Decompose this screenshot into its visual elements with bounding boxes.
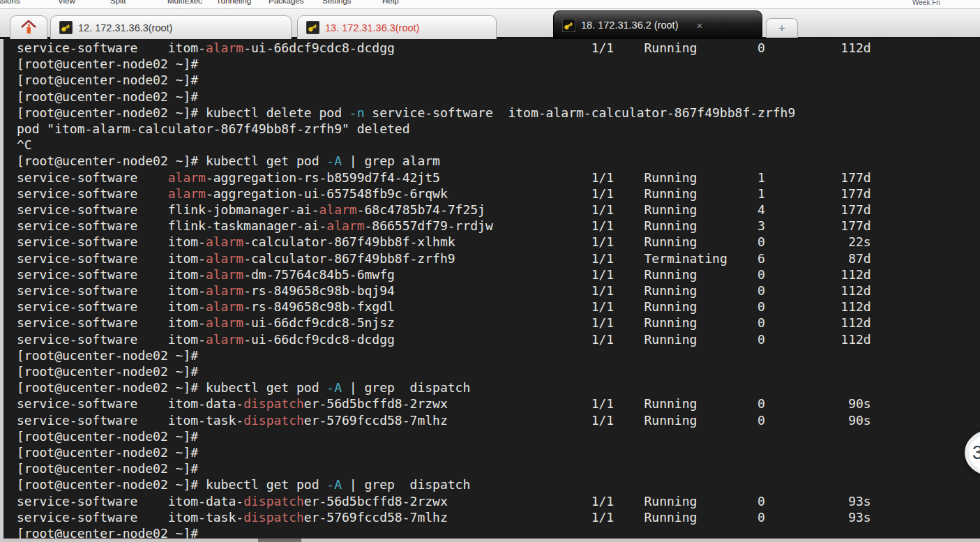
plus-icon: +	[778, 22, 785, 36]
terminal-line-pod: service-software alarm-aggregation-rs-b8…	[17, 170, 980, 186]
badge-count: 3	[972, 442, 980, 464]
home-tab[interactable]	[10, 15, 47, 39]
horizontal-scrollbar[interactable]	[0, 539, 980, 542]
tab-label: 12. 172.31.36.3(root)	[78, 22, 172, 33]
terminal-output: service-software itom-alarm-ui-66dcf9cdc…	[3, 38, 980, 541]
terminal-line-pod: service-software itom-alarm-ui-66dcf9cdc…	[17, 331, 980, 347]
home-icon	[20, 18, 38, 38]
tab-label: 18. 172.31.36.2 (root)	[581, 20, 678, 31]
ssh-key-icon	[306, 21, 319, 34]
terminal-line: pod "itom-alarm-calculator-867f49bb8f-zr…	[17, 121, 980, 137]
terminal-line-pod: service-software itom-alarm-ui-66dcf9cdc…	[17, 315, 980, 331]
terminal-screen[interactable]: service-software itom-alarm-ui-66dcf9cdc…	[0, 38, 980, 539]
terminal-line: [root@ucenter-node02 ~]# kubectl get pod…	[17, 379, 980, 396]
ssh-key-icon	[59, 21, 73, 34]
terminal-line-pod: service-software itom-data-dispatcher-56…	[17, 493, 980, 509]
tab-session-18-active[interactable]: 18. 172.31.36.2 (root) ×	[553, 10, 762, 39]
terminal-line: [root@ucenter-node02 ~]#	[17, 444, 980, 460]
top-right-text: Week Fri	[912, 0, 940, 6]
menu-item-view[interactable]: View	[58, 0, 75, 5]
terminal-line-pod: service-software itom-alarm-rs-849658c98…	[17, 283, 980, 299]
scrollbar-thumb[interactable]	[258, 539, 301, 542]
terminal-line-pod: service-software itom-alarm-calculator-8…	[17, 234, 980, 250]
terminal-line: [root@ucenter-node02 ~]# kubectl delete …	[17, 105, 980, 121]
menu-item-split[interactable]: Split	[110, 0, 126, 5]
terminal-line: [root@ucenter-node02 ~]#	[17, 56, 980, 72]
terminal-line-pod: service-software itom-alarm-calculator-8…	[17, 250, 980, 266]
terminal-line: [root@ucenter-node02 ~]#	[17, 363, 980, 379]
menu-item-packages[interactable]: Packages	[269, 0, 304, 5]
terminal-line-pod: service-software itom-alarm-dm-75764c84b…	[17, 266, 980, 283]
terminal-line-pod: service-software itom-task-dispatcher-57…	[17, 412, 980, 428]
tab-bar: 12. 172.31.36.3(root) 13. 172.31.36.3(ro…	[0, 8, 980, 39]
terminal-line: [root@ucenter-node02 ~]#	[17, 347, 980, 363]
menu-item-multiexec[interactable]: MultiExec	[167, 0, 202, 5]
terminal-line: [root@ucenter-node02 ~]#	[17, 460, 980, 476]
terminal-line-pod: service-software itom-data-dispatcher-56…	[17, 396, 980, 412]
terminal-line-pod: service-software itom-task-dispatcher-57…	[17, 509, 980, 525]
terminal-line-pod: service-software flink-jobmanager-ai-ala…	[17, 202, 980, 218]
terminal-line-pod: service-software itom-alarm-ui-66dcf9cdc…	[17, 40, 980, 56]
tab-label: 13. 172.31.36.3(root)	[325, 22, 419, 33]
menu-item-sessions[interactable]: Sessions	[0, 0, 20, 5]
terminal-line: [root@ucenter-node02 ~]# kubectl get pod…	[17, 476, 980, 492]
terminal-line: [root@ucenter-node02 ~]# kubectl get pod…	[17, 153, 980, 169]
terminal-line-pod: service-software flink-taskmanager-ai-al…	[17, 218, 980, 234]
tab-session-12[interactable]: 12. 172.31.36.3(root)	[50, 15, 292, 39]
ssh-key-icon	[562, 19, 575, 32]
terminal-line: [root@ucenter-node02 ~]#	[17, 89, 980, 105]
terminal-line: [root@ucenter-node02 ~]#	[17, 428, 980, 444]
terminal-line: [root@ucenter-node02 ~]#	[17, 72, 980, 88]
tab-session-13[interactable]: 13. 172.31.36.3(root)	[297, 15, 497, 39]
menu-item-tunneling[interactable]: Tunneling	[216, 0, 251, 5]
terminal-line: ^C	[17, 137, 980, 153]
terminal-line-pod: service-software alarm-aggregation-ui-65…	[17, 186, 980, 202]
menu-item-help[interactable]: Help	[382, 0, 399, 5]
menu-item-settings[interactable]: Settings	[322, 0, 352, 5]
new-tab-button[interactable]: +	[766, 18, 798, 38]
menu-bar: Week Fri SessionsViewSplitMultiExecTunne…	[0, 0, 980, 8]
terminal-line-pod: service-software itom-alarm-rs-849658c98…	[17, 299, 980, 315]
close-tab-icon[interactable]: ×	[696, 20, 702, 31]
